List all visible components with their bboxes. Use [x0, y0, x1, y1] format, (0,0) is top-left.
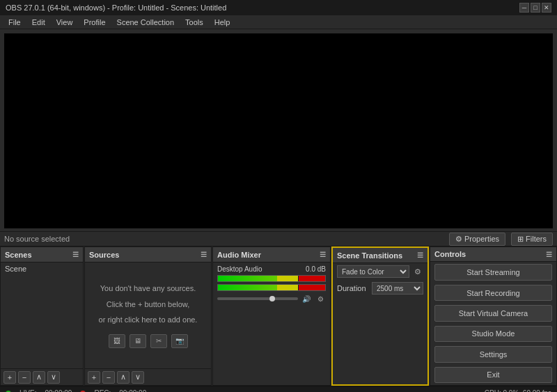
source-icon-2: 🖥	[130, 334, 146, 348]
scenes-down-button[interactable]: ∨	[47, 371, 60, 384]
gear-icon: ⚙	[455, 235, 462, 244]
sources-empty-line2: Click the + button below,	[107, 299, 190, 311]
sources-remove-button[interactable]: −	[102, 371, 115, 384]
properties-button[interactable]: ⚙ Properties	[449, 233, 505, 246]
audio-level-red-2	[299, 285, 326, 290]
rec-time: 00:00:00	[119, 389, 146, 392]
controls-panel: Controls ☰ Start Streaming Start Recordi…	[430, 246, 557, 386]
audio-level-yellow	[277, 276, 299, 281]
sources-icons: 🖼 🖥 ✂ 📷	[109, 334, 188, 348]
scenes-add-button[interactable]: +	[3, 371, 16, 384]
scenes-toolbar: + − ∧ ∨	[1, 368, 83, 385]
menu-scene-collection[interactable]: Scene Collection	[111, 17, 180, 28]
audio-track-name: Desktop Audio	[217, 265, 262, 273]
maximize-button[interactable]: □	[531, 3, 540, 13]
scene-transitions-panel: Scene Transitions ☰ Fade to Color Cut Fa…	[331, 246, 429, 386]
sources-down-button[interactable]: ∨	[132, 371, 144, 384]
sources-empty-message: You don't have any sources. Click the + …	[85, 262, 211, 368]
audio-level-green-2	[218, 285, 277, 290]
scenes-menu-icon[interactable]: ☰	[72, 251, 79, 258]
sources-empty-line3: or right click here to add one.	[99, 314, 198, 326]
source-icon-4: 📷	[171, 334, 188, 348]
audio-level-bar-2	[217, 284, 326, 291]
scene-item[interactable]: Scene	[1, 262, 83, 275]
sources-up-button[interactable]: ∧	[117, 371, 130, 384]
audio-mixer-panel: Audio Mixer ☰ Desktop Audio 0.0 dB	[212, 246, 331, 386]
menu-edit[interactable]: Edit	[26, 17, 51, 28]
audio-level-yellow-2	[277, 285, 299, 290]
filter-icon: ⊞	[517, 235, 524, 244]
scenes-remove-button[interactable]: −	[18, 371, 31, 384]
transition-settings-icon[interactable]: ⚙	[412, 266, 423, 277]
preview-canvas	[4, 33, 553, 228]
live-time: 00:00:00	[45, 389, 72, 392]
settings-button[interactable]: Settings	[434, 346, 552, 362]
start-streaming-button[interactable]: Start Streaming	[434, 264, 552, 280]
source-icon-3: ✂	[150, 334, 167, 348]
close-button[interactable]: ✕	[542, 3, 551, 13]
filters-button[interactable]: ⊞ Filters	[511, 233, 553, 246]
exit-button[interactable]: Exit	[434, 367, 552, 383]
transitions-menu-icon[interactable]: ☰	[417, 251, 423, 259]
source-bar: No source selected ⚙ Properties ⊞ Filter…	[0, 231, 557, 246]
menu-file[interactable]: File	[3, 17, 26, 28]
audio-track: Desktop Audio 0.0 dB 🔊 ⚙	[213, 262, 330, 307]
volume-slider[interactable]	[217, 297, 298, 300]
audio-mixer-menu-icon[interactable]: ☰	[320, 251, 326, 258]
menu-profile[interactable]: Profile	[78, 17, 111, 28]
audio-level-bar	[217, 275, 326, 282]
audio-mixer-header: Audio Mixer ☰	[213, 247, 330, 262]
status-bar: LIVE: 00:00:00 REC: 00:00:00 CPU: 0.9%, …	[0, 386, 557, 392]
volume-thumb	[269, 296, 275, 301]
title-bar: OBS 27.0.1 (64-bit, windows) - Profile: …	[0, 0, 557, 15]
sources-add-button[interactable]: +	[88, 371, 100, 384]
menu-help[interactable]: Help	[209, 17, 236, 28]
title-bar-controls: ─ □ ✕	[519, 3, 551, 13]
rec-label: REC:	[94, 389, 111, 392]
sources-menu-icon[interactable]: ☰	[201, 251, 207, 258]
live-label: LIVE:	[19, 389, 36, 392]
audio-controls-row: 🔊 ⚙	[217, 293, 326, 304]
sources-toolbar: + − ∧ ∨	[85, 368, 211, 385]
start-virtual-camera-button[interactable]: Start Virtual Camera	[434, 305, 552, 321]
duration-select[interactable]: 2500 ms 1000 ms 500 ms	[372, 282, 423, 295]
duration-row: Duration 2500 ms 1000 ms 500 ms	[333, 280, 427, 297]
panels: Scenes ☰ Scene + − ∧ ∨ Sources ☰ You don…	[0, 246, 557, 386]
transition-type-row: Fade to Color Cut Fade ⚙	[333, 263, 427, 280]
source-icon-1: 🖼	[109, 334, 125, 348]
controls-header: Controls ☰	[430, 247, 556, 262]
audio-level-green	[218, 276, 277, 281]
sources-panel: Sources ☰ You don't have any sources. Cl…	[84, 246, 212, 386]
title-bar-title: OBS 27.0.1 (64-bit, windows) - Profile: …	[6, 3, 226, 12]
sources-header: Sources ☰	[85, 247, 211, 262]
scenes-up-button[interactable]: ∧	[33, 371, 45, 384]
mute-icon[interactable]: 🔊	[301, 293, 312, 304]
menu-view[interactable]: View	[51, 17, 79, 28]
transitions-header: Scene Transitions ☰	[333, 248, 427, 263]
scenes-panel: Scenes ☰ Scene + − ∧ ∨	[0, 246, 84, 386]
audio-level-red	[299, 276, 326, 281]
controls-menu-icon[interactable]: ☰	[546, 251, 552, 258]
transition-type-select[interactable]: Fade to Color Cut Fade	[337, 265, 409, 278]
audio-gear-icon[interactable]: ⚙	[315, 293, 326, 304]
start-recording-button[interactable]: Start Recording	[434, 285, 552, 301]
no-source-label: No source selected	[4, 235, 444, 243]
minimize-button[interactable]: ─	[519, 3, 529, 13]
scenes-header: Scenes ☰	[1, 247, 83, 262]
studio-mode-button[interactable]: Studio Mode	[434, 326, 552, 342]
menu-tools[interactable]: Tools	[180, 17, 209, 28]
sources-empty-line1: You don't have any sources.	[100, 283, 196, 295]
audio-track-header: Desktop Audio 0.0 dB	[217, 265, 326, 273]
cpu-label: CPU: 0.9%, 60.00 fps	[485, 389, 551, 392]
menu-bar: File Edit View Profile Scene Collection …	[0, 15, 557, 29]
audio-track-level: 0.0 dB	[306, 265, 326, 273]
duration-label: Duration	[337, 284, 369, 292]
